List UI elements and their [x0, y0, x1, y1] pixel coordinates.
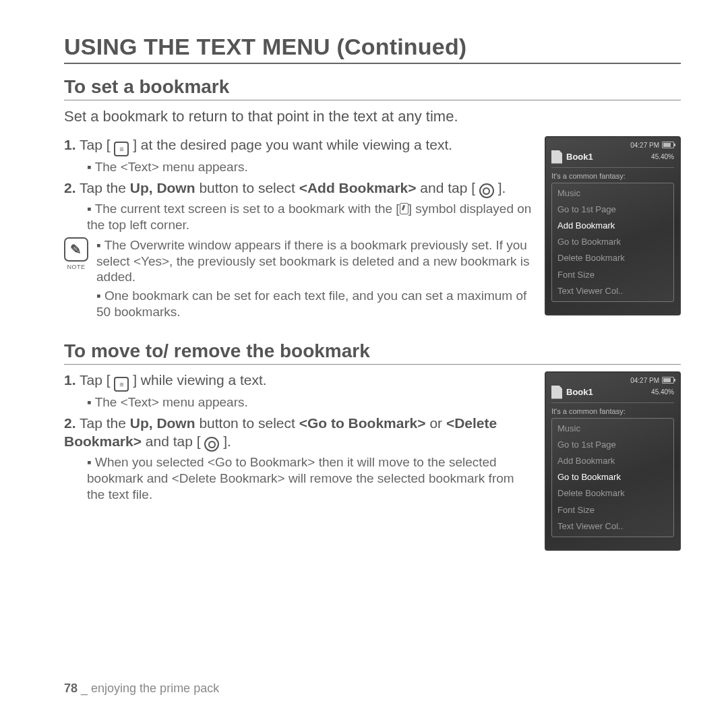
note2: One bookmark can be set for each text fi… [96, 288, 533, 320]
menu-item: Go to Bookmark [552, 469, 673, 485]
device-mock-add-bookmark: 04:27 PM Book1 45.40% It's a common fant… [545, 136, 681, 315]
s1-step2-sub: The current text screen is set to a book… [87, 201, 533, 233]
menu-item: Go to Bookmark [552, 234, 673, 250]
ok-icon [204, 437, 219, 452]
menu-item: Go to 1st Page [552, 437, 673, 453]
device-text-menu: MusicGo to 1st PageAdd BookmarkGo to Boo… [551, 418, 674, 537]
section1-intro: Set a bookmark to return to that point i… [64, 107, 681, 127]
menu-icon: ≡ [114, 142, 129, 156]
bookmark-icon [400, 203, 408, 214]
device-preview-text: It's a common fantasy: [551, 172, 674, 180]
menu-item: Add Bookmark [552, 453, 673, 469]
device-mock-goto-bookmark: 04:27 PM Book1 45.40% It's a common fant… [545, 371, 681, 551]
device-book-title: Book1 [566, 387, 593, 397]
s1-step1-sub: The <Text> menu appears. [87, 159, 533, 175]
device-time: 04:27 PM [630, 142, 659, 149]
menu-icon: ≡ [114, 377, 129, 392]
s2-step1: 1. Tap [ ≡ ] while viewing a text. The <… [64, 371, 533, 411]
device-time: 04:27 PM [630, 377, 659, 384]
device-pct: 45.40% [651, 388, 674, 396]
menu-item: Font Size [552, 267, 673, 283]
device-text-menu: MusicGo to 1st PageAdd BookmarkGo to Boo… [551, 183, 674, 302]
note1: The Overwrite window appears if there is… [96, 237, 533, 285]
section-to-set-bookmark: To set a bookmark [64, 76, 681, 100]
menu-item: Text Viewer Col.. [552, 283, 673, 299]
menu-item: Delete Bookmark [552, 485, 673, 502]
menu-item: Delete Bookmark [552, 250, 673, 266]
menu-item: Music [552, 185, 673, 202]
s2-step1-sub: The <Text> menu appears. [87, 394, 533, 411]
page-footer: 78 _ enjoying the prime pack [64, 681, 219, 696]
s2-step2: 2. Tap the Up, Down button to select <Go… [64, 415, 533, 503]
menu-item: Text Viewer Col.. [552, 518, 673, 535]
s1-step2: 2. Tap the Up, Down button to select <Ad… [64, 179, 533, 233]
menu-item: Font Size [552, 502, 673, 518]
menu-item: Add Bookmark [552, 218, 673, 234]
page-title: USING THE TEXT MENU (Continued) [64, 34, 681, 64]
ok-icon [479, 183, 494, 198]
s1-step1: 1. Tap [ ≡ ] at the desired page you wan… [64, 136, 533, 175]
note-icon: ✎ NOTE [64, 237, 88, 270]
device-preview-text: It's a common fantasy: [551, 407, 674, 415]
doc-icon [551, 386, 562, 399]
battery-icon [662, 377, 674, 384]
menu-item: Go to 1st Page [552, 202, 673, 218]
menu-item: Music [552, 421, 673, 437]
doc-icon [551, 150, 562, 164]
s2-step2-sub: When you selected <Go to Bookmark> then … [87, 454, 533, 502]
device-book-title: Book1 [566, 152, 593, 162]
device-pct: 45.40% [651, 153, 674, 160]
battery-icon [662, 142, 674, 148]
section-move-remove-bookmark: To move to/ remove the bookmark [64, 340, 681, 365]
